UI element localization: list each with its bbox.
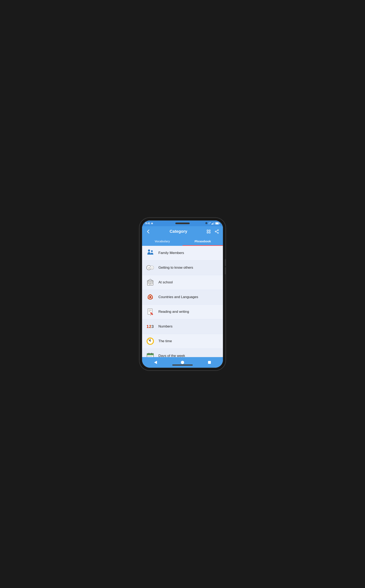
phone-speaker [175, 223, 190, 224]
svg-point-24 [151, 267, 152, 268]
svg-rect-2 [211, 224, 212, 224]
days-of-week-icon [145, 351, 155, 357]
side-buttons [225, 259, 226, 274]
svg-point-23 [150, 266, 154, 269]
phone-screen: 9:41 ▣ [142, 221, 223, 368]
svg-rect-9 [207, 230, 208, 231]
family-members-icon [145, 248, 155, 258]
numbers-label: Numbers [158, 324, 173, 329]
list-item[interactable]: Days of the week [142, 349, 223, 357]
list-item[interactable]: Reading and writing [142, 305, 223, 319]
tab-phrasebook[interactable]: Phrasebook [182, 237, 223, 246]
svg-point-85 [181, 361, 184, 364]
toolbar-title: Category [152, 229, 205, 234]
status-time: 9:41 [145, 222, 150, 225]
phone-camera [205, 222, 207, 224]
svg-rect-8 [219, 223, 220, 224]
numbers-icon: 123 [145, 322, 155, 331]
at-school-icon [145, 277, 155, 287]
svg-point-14 [218, 232, 219, 233]
the-time-icon [145, 336, 155, 346]
list-item[interactable]: The time [142, 334, 223, 349]
getting-to-know-label: Getting to know others [158, 266, 193, 270]
phone-frame: 9:41 ▣ [140, 218, 225, 370]
svg-line-45 [150, 315, 151, 316]
svg-rect-3 [212, 223, 213, 224]
at-school-label: At school [158, 280, 173, 284]
the-time-label: The time [158, 339, 172, 343]
svg-point-13 [218, 230, 219, 231]
battery-icon [215, 222, 220, 224]
list-item[interactable]: 123 Numbers [142, 319, 223, 334]
svg-rect-5 [214, 222, 214, 224]
svg-rect-58 [149, 356, 150, 357]
tab-vocabulary[interactable]: Vocabulary [142, 237, 182, 246]
svg-rect-12 [209, 232, 210, 233]
svg-rect-54 [147, 355, 154, 355]
svg-rect-60 [151, 356, 152, 357]
svg-point-19 [151, 250, 153, 252]
back-button[interactable] [145, 228, 152, 235]
svg-point-38 [150, 296, 151, 298]
nav-recent-button[interactable] [205, 358, 214, 367]
list-item[interactable]: Countries and Languages [142, 290, 223, 305]
nav-back-button[interactable] [151, 358, 160, 367]
svg-rect-57 [148, 356, 149, 357]
svg-point-51 [150, 341, 151, 342]
svg-point-22 [149, 267, 150, 268]
list-item[interactable]: At school [142, 275, 223, 290]
phone-home-bar [172, 364, 193, 366]
svg-rect-4 [213, 223, 214, 224]
bottom-nav [142, 357, 223, 368]
svg-point-18 [148, 250, 150, 252]
sim-icon: ▣ [151, 222, 153, 224]
status-right [207, 222, 220, 224]
svg-line-17 [216, 232, 218, 232]
svg-rect-56 [151, 353, 152, 354]
svg-rect-86 [208, 361, 211, 364]
svg-line-16 [216, 230, 218, 231]
category-list: Family Members [142, 246, 223, 357]
signal-icon [211, 222, 214, 224]
toolbar: Category [142, 226, 223, 237]
reading-writing-label: Reading and writing [158, 310, 189, 314]
reading-writing-icon [145, 307, 155, 317]
wifi-icon [207, 222, 211, 224]
countries-languages-label: Countries and Languages [158, 295, 198, 299]
svg-point-15 [215, 231, 216, 232]
countries-languages-icon [145, 292, 155, 302]
svg-rect-59 [150, 356, 151, 357]
family-members-label: Family Members [158, 251, 184, 255]
share-button[interactable] [213, 228, 220, 235]
svg-rect-11 [207, 232, 208, 233]
days-of-week-label: Days of the week [158, 354, 185, 357]
status-left: 9:41 ▣ [145, 222, 153, 225]
svg-rect-55 [149, 353, 149, 354]
svg-marker-84 [154, 361, 157, 364]
svg-rect-7 [216, 223, 218, 224]
svg-point-21 [148, 267, 149, 268]
list-item[interactable]: Getting to know others [142, 260, 223, 275]
svg-point-25 [152, 267, 153, 268]
svg-rect-10 [209, 230, 210, 231]
grid-icon-button[interactable] [205, 228, 212, 235]
getting-to-know-icon [145, 263, 155, 273]
list-item[interactable]: Family Members [142, 246, 223, 260]
tab-bar: Vocabulary Phrasebook [142, 237, 223, 246]
